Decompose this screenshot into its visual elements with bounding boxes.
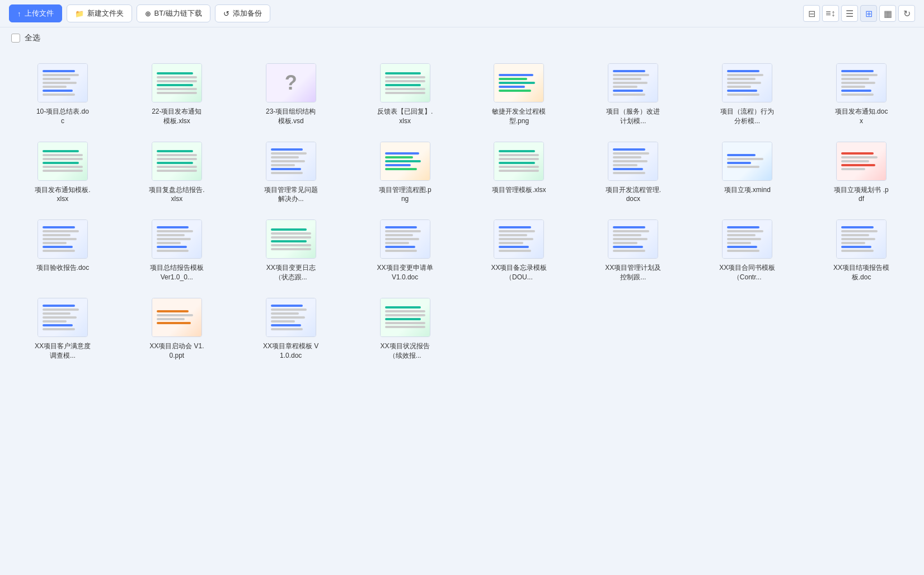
filter-button[interactable]: ⊟ <box>803 5 820 22</box>
file-item[interactable]: XX项目备忘录模板（DOU... <box>462 211 576 289</box>
file-item[interactable]: XX项目管理计划及控制跟... <box>576 211 690 289</box>
file-item[interactable]: XX项目客户满意度调查模... <box>6 289 120 367</box>
sort-button[interactable]: ≡↕ <box>822 5 839 22</box>
file-item[interactable]: 敏捷开发全过程模型.png <box>462 54 576 133</box>
select-all-row: 全选 <box>0 27 924 49</box>
file-label: 项目管理常见问题解决办... <box>263 185 319 204</box>
file-label: 项目发布通知.docx <box>833 107 889 126</box>
file-label: XX项目客户满意度调查模... <box>35 342 91 361</box>
bt-download-button[interactable]: ⊕ BT/磁力链下载 <box>137 4 210 22</box>
file-label: 项目开发流程管理.docx <box>605 185 661 204</box>
file-label: 项目管理模板.xlsx <box>492 185 546 195</box>
file-item[interactable]: 项目管理流程图.png <box>348 133 462 211</box>
file-item[interactable]: XX项目变更申请单 V1.0.doc <box>348 211 462 289</box>
file-item[interactable]: 10-项目总结表.doc <box>6 54 120 133</box>
file-item[interactable]: 22-项目发布通知模板.xlsx <box>120 54 234 133</box>
list-view-button[interactable]: ☰ <box>841 5 858 22</box>
file-item[interactable]: XX项目变更日志（状态跟... <box>234 211 348 289</box>
file-label: 项目发布通知模板.xlsx <box>35 185 91 204</box>
upload-icon: ↑ <box>17 10 21 18</box>
view-controls: ⊟ ≡↕ ☰ ⊞ ▦ ↻ <box>803 5 915 22</box>
folder-icon: 📁 <box>75 10 84 18</box>
file-item[interactable]: 项目（服务）改进计划模... <box>576 54 690 133</box>
file-label: XX项目状况报告（续效报... <box>377 342 433 361</box>
file-item[interactable]: 项目总结报告模板Ver1.0_0... <box>120 211 234 289</box>
file-label: 反馈表【已回复】.xlsx <box>377 107 433 126</box>
file-item[interactable]: ? 23-项目组织结构模板.vsd <box>234 54 348 133</box>
file-item[interactable]: XX项目结项报告模板.doc <box>804 211 918 289</box>
file-label: XX项目章程模板 V1.0.doc <box>263 342 319 361</box>
large-view-button[interactable]: ▦ <box>879 5 896 22</box>
file-grid: 10-项目总结表.doc 22-项目发布通知模板.xlsx ? 23-项目组织结… <box>0 49 924 378</box>
file-item[interactable]: 项目开发流程管理.docx <box>576 133 690 211</box>
file-label: 22-项目发布通知模板.xlsx <box>149 107 205 126</box>
file-label: 项目立项.xmind <box>724 185 771 195</box>
file-label: XX项目结项报告模板.doc <box>833 263 889 282</box>
grid-view-button[interactable]: ⊞ <box>860 5 877 22</box>
file-label: XX项目管理计划及控制跟... <box>605 263 661 282</box>
file-item[interactable]: 项目验收报告.doc <box>6 211 120 289</box>
file-label: 敏捷开发全过程模型.png <box>491 107 547 126</box>
file-label: XX项目启动会 V1.0.ppt <box>149 342 205 361</box>
new-folder-button[interactable]: 📁 新建文件夹 <box>67 4 132 22</box>
file-item[interactable]: XX项目状况报告（续效报... <box>348 289 462 367</box>
select-all-checkbox[interactable] <box>11 34 20 43</box>
file-label: 项目复盘总结报告.xlsx <box>149 185 205 204</box>
file-label: 项目验收报告.doc <box>36 263 90 273</box>
file-item[interactable]: 项目（流程）行为分析模... <box>690 54 804 133</box>
file-label: XX项目变更申请单 V1.0.doc <box>377 263 433 282</box>
file-item[interactable]: 项目复盘总结报告.xlsx <box>120 133 234 211</box>
file-item[interactable]: 反馈表【已回复】.xlsx <box>348 54 462 133</box>
file-label: 项目（流程）行为分析模... <box>719 107 775 126</box>
file-item[interactable]: 项目管理常见问题解决办... <box>234 133 348 211</box>
file-label: XX项目变更日志（状态跟... <box>263 263 319 282</box>
select-all-label: 全选 <box>25 33 40 43</box>
file-label: 10-项目总结表.doc <box>35 107 91 126</box>
upload-button[interactable]: ↑ 上传文件 <box>9 4 62 22</box>
file-item[interactable]: 项目立项规划书 .pdf <box>804 133 918 211</box>
file-item[interactable]: 项目立项.xmind <box>690 133 804 211</box>
file-label: XX项目备忘录模板（DOU... <box>491 263 547 282</box>
bt-icon: ⊕ <box>145 10 151 18</box>
file-item[interactable]: 项目发布通知模板.xlsx <box>6 133 120 211</box>
file-item[interactable]: XX项目章程模板 V1.0.doc <box>234 289 348 367</box>
toolbar: ↑ 上传文件 📁 新建文件夹 ⊕ BT/磁力链下载 ↺ 添加备份 ⊟ ≡↕ ☰ … <box>0 0 924 27</box>
refresh-button[interactable]: ↻ <box>898 5 915 22</box>
file-label: XX项目合同书模板（Contr... <box>719 263 775 282</box>
backup-icon: ↺ <box>223 10 229 18</box>
file-item[interactable]: XX项目启动会 V1.0.ppt <box>120 289 234 367</box>
file-item[interactable]: 项目管理模板.xlsx <box>462 133 576 211</box>
file-label: 项目管理流程图.png <box>377 185 433 204</box>
file-label: 项目总结报告模板Ver1.0_0... <box>149 263 205 282</box>
add-backup-button[interactable]: ↺ 添加备份 <box>215 4 270 22</box>
file-label: 23-项目组织结构模板.vsd <box>263 107 319 126</box>
file-item[interactable]: 项目发布通知.docx <box>804 54 918 133</box>
file-label: 项目（服务）改进计划模... <box>605 107 661 126</box>
file-item[interactable]: XX项目合同书模板（Contr... <box>690 211 804 289</box>
file-label: 项目立项规划书 .pdf <box>833 185 889 204</box>
